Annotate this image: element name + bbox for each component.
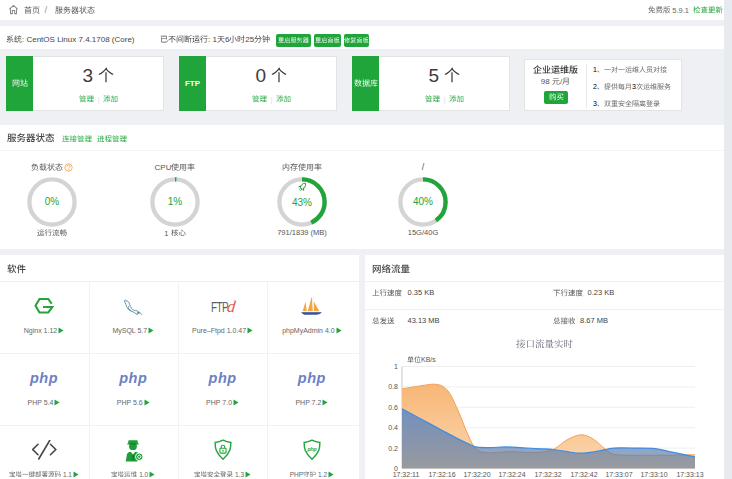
svg-text:17:33:13: 17:33:13 bbox=[676, 471, 703, 478]
svg-text:0.2: 0.2 bbox=[388, 445, 398, 452]
svg-text:0.8: 0.8 bbox=[388, 383, 398, 390]
svg-text:17:32:24: 17:32:24 bbox=[498, 471, 525, 478]
svg-text:17:32:20: 17:32:20 bbox=[463, 471, 490, 478]
svg-text:17:32:16: 17:32:16 bbox=[428, 471, 455, 478]
svg-text:1: 1 bbox=[394, 363, 398, 370]
svg-text:17:32:42: 17:32:42 bbox=[570, 471, 597, 478]
svg-text:0.6: 0.6 bbox=[388, 404, 398, 411]
svg-text:17:32:32: 17:32:32 bbox=[534, 471, 561, 478]
svg-text:0.4: 0.4 bbox=[388, 424, 398, 431]
svg-text:17:32:11: 17:32:11 bbox=[393, 471, 420, 478]
svg-text:17:33:07: 17:33:07 bbox=[605, 471, 632, 478]
svg-text:17:33:10: 17:33:10 bbox=[640, 471, 667, 478]
svg-text:php: php bbox=[306, 446, 316, 452]
